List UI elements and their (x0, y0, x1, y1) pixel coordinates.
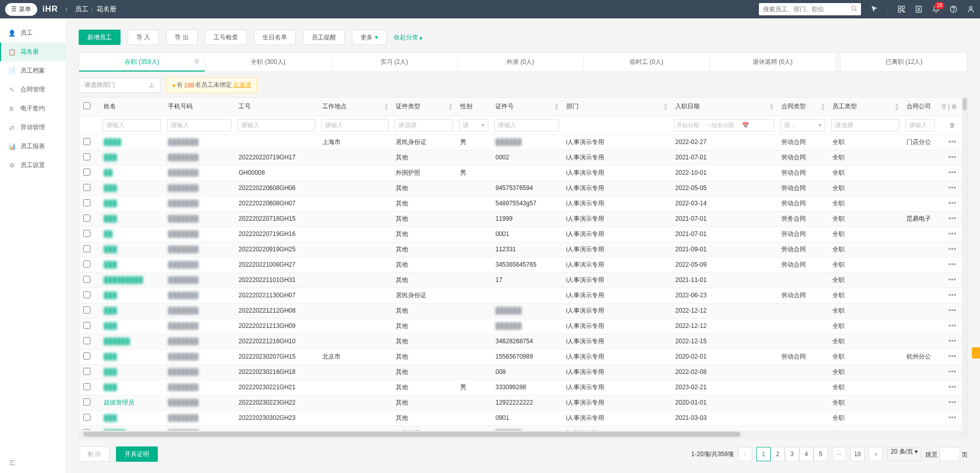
col-name[interactable]: 姓名 (100, 98, 164, 116)
gear-icon[interactable]: ⚙ (194, 58, 200, 65)
row-more-icon[interactable]: ••• (948, 430, 957, 431)
row-more-icon[interactable]: ••• (948, 353, 957, 360)
row-more-icon[interactable]: ••• (948, 338, 957, 345)
pagesize-select[interactable]: 20 条/页 ▾ (887, 447, 921, 461)
cursor-icon[interactable] (870, 5, 878, 13)
table-row[interactable]: 超级管理员 ███████ 202220230223GH22 其他 129222… (79, 395, 967, 410)
cell-name[interactable]: ██ (104, 230, 112, 238)
row-checkbox[interactable] (83, 398, 90, 406)
row-more-icon[interactable]: ••• (948, 384, 957, 391)
table-row[interactable]: ██ ███████ GH00008 外国护照 男 i人事演示专用 2022-1… (79, 165, 967, 180)
row-more-icon[interactable]: ••• (948, 307, 957, 314)
table-row[interactable]: ███ ███████ 202220220608GH06 其他 94575376… (79, 180, 967, 196)
row-more-icon[interactable]: ••• (948, 414, 957, 421)
collapse-category-link[interactable]: 收起分类▴ (394, 33, 422, 42)
filter-name[interactable] (103, 119, 161, 131)
row-checkbox[interactable] (83, 291, 90, 298)
row-checkbox[interactable] (83, 169, 90, 176)
row-more-icon[interactable]: ••• (948, 200, 957, 207)
table-row[interactable]: █████ ███████ 202220230221GH20 中国护照 ████… (79, 425, 967, 431)
sort-icon[interactable]: ▲▼ (894, 103, 899, 111)
sidebar-item[interactable]: 📊员工报表 (0, 137, 66, 156)
sort-icon[interactable]: ▲▼ (820, 103, 825, 111)
dept-select[interactable]: 请选择部门 (79, 78, 160, 93)
row-more-icon[interactable]: ••• (948, 169, 957, 176)
row-checkbox[interactable] (83, 245, 90, 252)
cell-name[interactable]: ███ (104, 184, 117, 192)
table-row[interactable]: ███ ███████ 202220230216GH18 其他 008 i人事演… (79, 364, 967, 380)
search-icon[interactable] (851, 5, 858, 12)
table-row[interactable]: ███ ███████ 202220221008GH27 其他 34536564… (79, 257, 967, 272)
more-button[interactable]: 更多▾ (352, 30, 387, 45)
employee-remind-button[interactable]: 员工提醒 (303, 30, 345, 45)
table-row[interactable]: ██ ███████ 202220220719GH16 其他 0001 i人事演… (79, 226, 967, 242)
breadcrumb-root[interactable]: 员工 (75, 5, 88, 14)
table-row[interactable]: ██████ ███████ 202220221216GH10 其他 34628… (79, 334, 967, 349)
cell-name[interactable]: ████ (104, 138, 121, 146)
table-row[interactable]: ███ ███████ 202220220608GH07 其他 54897554… (79, 196, 967, 211)
chevron-left-icon[interactable]: ‹ (65, 5, 68, 14)
page-prev[interactable]: ‹ (738, 447, 752, 461)
row-checkbox[interactable] (83, 138, 90, 145)
filter-sex[interactable]: 请▾ (459, 119, 488, 131)
sidebar-item[interactable]: 👤员工 (0, 23, 66, 42)
row-checkbox[interactable] (83, 414, 90, 421)
help-icon[interactable] (949, 5, 958, 13)
cell-name[interactable]: ███ (104, 322, 117, 329)
horizontal-scrollbar[interactable] (79, 431, 967, 438)
vertical-scrollbar[interactable] (962, 98, 967, 431)
cell-name[interactable]: 超级管理员 (104, 399, 134, 406)
row-checkbox[interactable] (83, 261, 90, 268)
search-input[interactable] (759, 3, 861, 15)
table-row[interactable]: ███ ███████ 202220220718GH15 其他 11999 i人… (79, 211, 967, 226)
table-row[interactable]: ████ ███████ 上海市 居民身份证 男 ██████ i人事演示专用 … (79, 134, 967, 150)
sort-icon[interactable]: ▲▼ (448, 103, 453, 111)
col-idtype[interactable]: 证件类型▲▼ (392, 98, 456, 116)
cell-name[interactable]: ██ (104, 169, 112, 176)
table-row[interactable]: ███ ███████ 202220220919GH25 其他 112331 i… (79, 242, 967, 257)
category-tab[interactable]: 退休返聘 (0人) (710, 53, 836, 72)
page-number[interactable]: 1 (756, 447, 771, 461)
col-dept[interactable]: 部门▲▼ (562, 98, 672, 116)
row-checkbox[interactable] (83, 368, 90, 375)
user-icon[interactable] (967, 5, 975, 13)
sidebar-item[interactable]: ✎合同管理 (0, 80, 66, 99)
row-more-icon[interactable]: ••• (948, 399, 957, 406)
col-etype[interactable]: 员工类型▲▼ (828, 98, 902, 116)
side-tab-icon[interactable] (972, 347, 980, 359)
row-checkbox[interactable] (83, 230, 90, 237)
row-checkbox[interactable] (83, 337, 90, 344)
category-tab[interactable]: 外派 (0人) (458, 53, 584, 72)
page-last[interactable]: 18 (850, 447, 865, 461)
col-ctype[interactable]: 合同类型▲▼ (777, 98, 829, 116)
row-checkbox[interactable] (83, 383, 90, 390)
birthday-list-button[interactable]: 生日名单 (254, 30, 296, 45)
sort-icon[interactable]: ▲▼ (769, 103, 774, 111)
category-tab[interactable]: 已离职 (12人) (841, 53, 967, 72)
filter-icon[interactable]: ⚲ (942, 103, 946, 110)
filter-etype[interactable]: 请选择 (831, 119, 899, 131)
cell-name[interactable]: ███ (104, 384, 117, 391)
sort-icon[interactable]: ▲▼ (663, 103, 668, 111)
cell-name[interactable]: ███ (104, 261, 117, 268)
cell-name[interactable]: █████ (104, 430, 126, 431)
invite-link[interactable]: 去邀请 (233, 81, 251, 89)
category-tab[interactable]: 全职 (300人) (205, 53, 331, 72)
row-more-icon[interactable]: ••• (948, 230, 957, 238)
table-row[interactable]: ███ ███████ 202220230302GH23 其他 0901 i人事… (79, 410, 967, 425)
table-row[interactable]: ███ ███████ 202220220719GH17 其他 0002 i人事… (79, 150, 967, 165)
table-row[interactable]: ███ ███████ 202220230207GH15 北京市 其他 1556… (79, 349, 967, 364)
page-ellipsis[interactable]: ··· (832, 447, 846, 461)
check-empno-button[interactable]: 工号检查 (205, 30, 247, 45)
trash-icon[interactable]: 🗑 (949, 122, 955, 129)
cell-name[interactable]: ██████ (104, 338, 130, 345)
table-row[interactable]: █████████ ███████ 202220221101GH31 其他 17… (79, 272, 967, 288)
bell-icon[interactable]: 18 (932, 5, 940, 13)
row-checkbox[interactable] (83, 184, 90, 191)
filter-loc[interactable] (321, 119, 389, 131)
page-number[interactable]: 2 (771, 447, 785, 461)
row-more-icon[interactable]: ••• (948, 276, 957, 283)
table-row[interactable]: ███ ███████ 202220221212GH08 其他 ██████ i… (79, 303, 967, 318)
cell-name[interactable]: ███ (104, 200, 117, 207)
sort-icon[interactable]: ▲▼ (554, 103, 559, 111)
